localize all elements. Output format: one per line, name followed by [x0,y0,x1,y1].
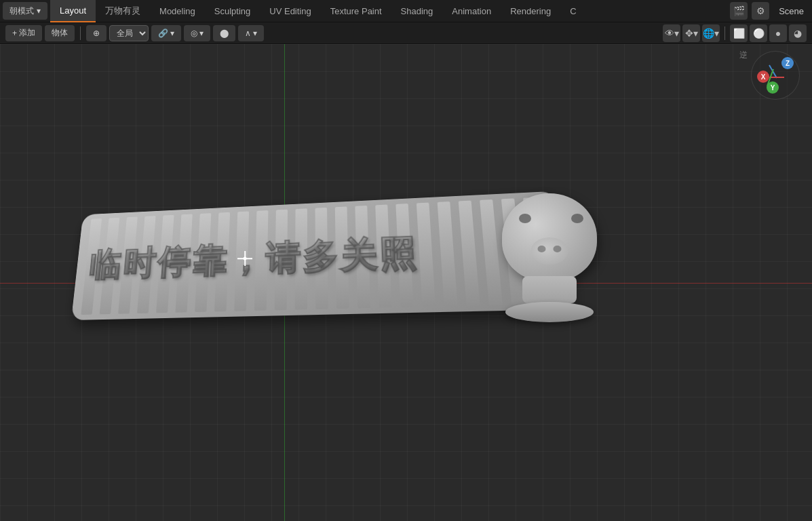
pig-snout [531,237,568,265]
tab-shading[interactable]: Shading [391,0,443,22]
shading-sphere-icon: ⚪ [753,28,765,39]
shading-render-btn[interactable]: ◕ [789,24,807,42]
world-icon: 🌐 [703,28,714,39]
mode-label: 朝模式 [9,5,34,17]
separator-1 [80,26,81,40]
chevron-down-icon: ▾ [170,28,174,38]
tab-layout[interactable]: Layout [50,0,96,22]
gizmo-btn[interactable]: ✥ ▾ [682,24,700,42]
slash-icon: ∧ [245,28,251,38]
settings-icon: ⚙ [756,5,765,16]
chevron-down-icon4: ▾ [674,28,679,39]
mode-button[interactable]: 朝模式 ▾ [3,2,47,20]
shading-full-btn[interactable]: ⬜ [730,24,748,42]
chevron-down-icon5: ▾ [693,28,698,39]
chevron-down-icon: ▾ [37,6,41,16]
view-mode-select[interactable]: 全局 [109,25,149,41]
transform-icon: ⊕ [93,28,100,38]
transform-icon-btn[interactable]: ⊕ [86,25,107,41]
chevron-down3: ▾ [253,28,257,38]
viewport-shading-controls: 👁 ▾ ✥ ▾ 🌐 ▾ ⬜ ⚪ ● ◕ [663,24,807,42]
tab-uv-editing[interactable]: UV Editing [260,0,320,22]
gizmo-x-button[interactable]: X [757,71,769,83]
shading-full-icon: ⬜ [733,28,745,39]
pig-eye-left [519,214,531,223]
circle-dot-icon: ⬤ [220,28,229,38]
gizmo-circle[interactable]: Z X Y [751,51,800,100]
tab-rendering[interactable]: Rendering [501,0,560,22]
snap-icon: 🔗 [158,28,168,38]
plate-chinese-text: 临时停靠，请多关照 [88,229,550,284]
pig-figure [482,146,617,322]
pig-neck [522,276,577,303]
secondary-toolbar: + 添加 物体 ⊕ 全局 🔗 ▾ ◎ ▾ ⬤ ∧ ▾ 👁 ▾ ✥ ▾ 🌐 [0,22,812,44]
snap-world-btn[interactable]: 🌐 ▾ [702,24,720,42]
tab-modeling[interactable]: Modeling [150,0,205,22]
gizmo-z-button[interactable]: Z [781,57,794,69]
settings-icon-btn[interactable]: ⚙ [752,2,769,20]
3d-model-container: 临时停靠，请多关照 [27,146,638,471]
pig-eye-right [571,214,583,223]
tab-sculpting[interactable]: Sculpting [205,0,260,22]
3d-viewport[interactable]: 临时停靠，请多关照 逆 [0,44,812,521]
scene-label: Scene [773,6,809,16]
snap-icon-btn[interactable]: 🔗 ▾ [151,25,181,41]
top-menu-bar: 朝模式 ▾ Layout 万物有灵 Modeling Sculpting UV … [0,0,812,22]
gizmo-x-line [769,77,784,78]
object-button[interactable]: 物体 [45,25,75,41]
tab-texture-paint[interactable]: Texture Paint [321,0,391,22]
shading-material-icon: ● [775,28,781,39]
pig-head [502,193,597,282]
crosshair-center [244,257,247,260]
chevron-down-icon6: ▾ [714,28,719,39]
3d-cursor [237,251,252,266]
proportional-icon: ◎ [191,28,197,38]
gizmo-icon: ✥ [685,28,693,39]
gizmo-y-button[interactable]: Y [767,81,779,94]
tab-wanyouling[interactable]: 万物有灵 [96,0,150,22]
overlay-btn[interactable]: ⬤ [213,25,235,41]
add-icon: + [12,28,17,38]
viewport-overlay-btn[interactable]: 👁 ▾ [663,24,680,42]
separator-2 [724,26,725,40]
add-button[interactable]: + 添加 [5,25,42,41]
axis-gizmo[interactable]: Z X Y [751,51,805,105]
overlays-icon: 👁 [665,28,674,39]
slash-btn[interactable]: ∧ ▾ [238,25,264,41]
shading-material-btn[interactable]: ● [769,24,787,42]
tab-animation[interactable]: Animation [442,0,501,22]
pig-nostril-right [554,246,562,252]
pig-base [505,302,594,322]
chevron-down-icon2: ▾ [199,28,204,38]
render-icon: 🎬 [733,5,745,16]
proportional-btn[interactable]: ◎ ▾ [184,25,210,41]
shading-sphere-btn[interactable]: ⚪ [750,24,767,42]
shading-render-icon: ◕ [794,28,802,39]
top-right-controls: 🎬 ⚙ Scene [730,2,809,20]
view-direction-label: 逆 [739,50,748,61]
tab-extra[interactable]: C [560,0,585,22]
pig-nostril-left [538,246,546,252]
render-icon-btn[interactable]: 🎬 [730,2,748,20]
